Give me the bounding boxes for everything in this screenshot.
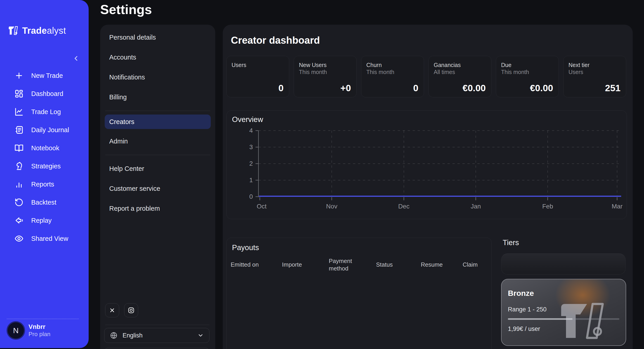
- sidebar-item-notebook[interactable]: Notebook: [0, 139, 89, 157]
- sidebar-nav: New Trade Dashboard Trade Log Daily Jour…: [0, 67, 89, 248]
- overview-chart-card: Overview: [226, 110, 627, 219]
- x-icon: [109, 307, 115, 313]
- avatar-initial: N: [13, 326, 19, 335]
- bar-chart-icon: [14, 180, 24, 189]
- instagram-icon: [128, 307, 134, 314]
- user-plan: Pro plan: [28, 331, 50, 338]
- stat-value: 0: [278, 83, 284, 94]
- sidebar-item-dashboard[interactable]: Dashboard: [0, 85, 89, 103]
- sidebar-item-backtest[interactable]: Backtest: [0, 193, 89, 211]
- sidebar-item-label: Daily Journal: [31, 126, 69, 134]
- instagram-social-button[interactable]: [124, 303, 138, 317]
- avatar: N: [8, 322, 24, 338]
- sidebar-item-reports[interactable]: Reports: [0, 175, 89, 193]
- stat-sublabel: All times: [434, 69, 486, 76]
- tier-progress-fill: [508, 318, 572, 320]
- stat-value: €0.00: [530, 83, 553, 94]
- language-select[interactable]: English: [104, 328, 210, 343]
- settings-divider: [105, 155, 210, 155]
- stat-card-next-tier: Next tier Users 251: [563, 56, 626, 97]
- payouts-card: Payouts Emitted on Importe Payment metho…: [226, 238, 492, 349]
- payouts-title: Payouts: [232, 243, 259, 252]
- y-tick-4: 4: [249, 127, 253, 134]
- tier-card-partial: [501, 253, 626, 274]
- stat-label: Due: [501, 62, 554, 69]
- line-chart-icon: [14, 107, 24, 116]
- stat-sublabel: This month: [366, 69, 419, 76]
- payouts-col-status: Status: [376, 261, 421, 268]
- settings-item-customer-service[interactable]: Customer service: [105, 179, 211, 198]
- stat-label: Next tier: [568, 62, 621, 69]
- user-profile[interactable]: N Vnbrr Pro plan: [8, 322, 50, 338]
- settings-item-notifications[interactable]: Notifications: [105, 67, 211, 87]
- overview-line-chart: 4 3 2 1 0 Oct Nov Dec Jan Feb Mar: [226, 111, 627, 219]
- stat-label: Ganancias: [434, 62, 486, 69]
- settings-item-creators-selected[interactable]: Creators: [105, 115, 211, 129]
- chevron-left-icon: [72, 55, 80, 62]
- settings-item-admin[interactable]: Admin: [105, 131, 211, 151]
- stat-sublabel: This month: [299, 69, 352, 76]
- sidebar-item-trade-log[interactable]: Trade Log: [0, 103, 89, 121]
- sidebar-item-new-trade[interactable]: New Trade: [0, 67, 89, 85]
- brand-logo: Tradealyst: [8, 25, 66, 36]
- creator-dashboard-panel: Creator dashboard Users 0 New Users This…: [223, 25, 633, 349]
- stat-value: 0: [413, 83, 418, 94]
- screen: { "brand": {"bold": "Trade", "light": "a…: [0, 0, 644, 349]
- payouts-col-claim: Claim: [463, 261, 491, 268]
- sidebar-item-label: New Trade: [31, 72, 63, 80]
- settings-divider: [105, 111, 210, 111]
- x-tick-nov: Nov: [326, 203, 338, 210]
- settings-item-help-center[interactable]: Help Center: [105, 159, 211, 179]
- y-tick-1: 1: [249, 177, 253, 184]
- sidebar-item-strategies[interactable]: Strategies: [0, 157, 89, 175]
- settings-item-accounts[interactable]: Accounts: [105, 47, 211, 67]
- stat-card-users: Users 0: [226, 56, 289, 97]
- settings-divider: [105, 325, 210, 325]
- globe-icon: [110, 331, 118, 339]
- stat-sublabel: Users: [568, 69, 621, 76]
- sidebar-item-label: Reports: [31, 181, 54, 188]
- brand-logo-icon: [8, 25, 19, 36]
- tier-price: 1,99€ / user: [508, 325, 540, 332]
- stat-card-churn: Churn This month 0: [361, 56, 424, 97]
- settings-nav-panel: Personal details Accounts Notifications …: [100, 25, 215, 349]
- stat-value: +0: [340, 83, 351, 94]
- settings-item-personal-details[interactable]: Personal details: [105, 27, 211, 47]
- tier-range: Range 1 - 250: [508, 306, 546, 313]
- sidebar-collapse-button[interactable]: [71, 54, 81, 63]
- x-tick-dec: Dec: [398, 203, 410, 210]
- sidebar-item-label: Backtest: [31, 199, 56, 206]
- sidebar-item-shared-view[interactable]: Shared View: [0, 229, 89, 248]
- sidebar-item-label: Trade Log: [31, 108, 61, 116]
- sidebar-item-label: Strategies: [31, 163, 61, 170]
- x-tick-mar: Mar: [612, 203, 622, 210]
- rotate-ccw-icon: [14, 198, 24, 207]
- x-tick-jan: Jan: [470, 203, 481, 210]
- brand-watermark-icon: [555, 298, 622, 343]
- sidebar-item-label: Notebook: [31, 144, 59, 152]
- x-tick-oct: Oct: [257, 203, 266, 210]
- plus-icon: [14, 71, 24, 80]
- x-tick-feb: Feb: [542, 203, 553, 210]
- settings-bottom-button-partial[interactable]: [104, 348, 210, 349]
- sidebar-item-daily-journal[interactable]: Daily Journal: [0, 121, 89, 139]
- sidebar-item-label: Replay: [31, 217, 52, 224]
- sidebar-divider: [7, 319, 79, 319]
- page-title: Settings: [100, 2, 152, 17]
- chess-knight-icon: [14, 162, 24, 171]
- stats-row: Users 0 New Users This month +0 Churn Th…: [226, 56, 626, 97]
- stat-card-ganancias: Ganancias All times €0.00: [428, 56, 491, 97]
- stat-label: Churn: [366, 62, 419, 69]
- language-value: English: [122, 332, 143, 339]
- book-open-icon: [14, 144, 24, 153]
- stat-card-due: Due This month €0.00: [496, 56, 559, 97]
- settings-item-report-a-problem[interactable]: Report a problem: [105, 198, 211, 218]
- tier-card-bronze: Bronze Range 1 - 250 1,99€ / user: [501, 279, 626, 346]
- settings-item-billing[interactable]: Billing: [105, 87, 211, 107]
- sidebar-item-replay[interactable]: Replay: [0, 211, 89, 229]
- payouts-col-payment-method: Payment method: [329, 257, 359, 272]
- dashboard-grid-icon: [14, 89, 24, 98]
- chevron-down-icon: [198, 332, 204, 338]
- x-social-button[interactable]: [105, 303, 119, 317]
- sidebar-item-label: Dashboard: [31, 90, 63, 98]
